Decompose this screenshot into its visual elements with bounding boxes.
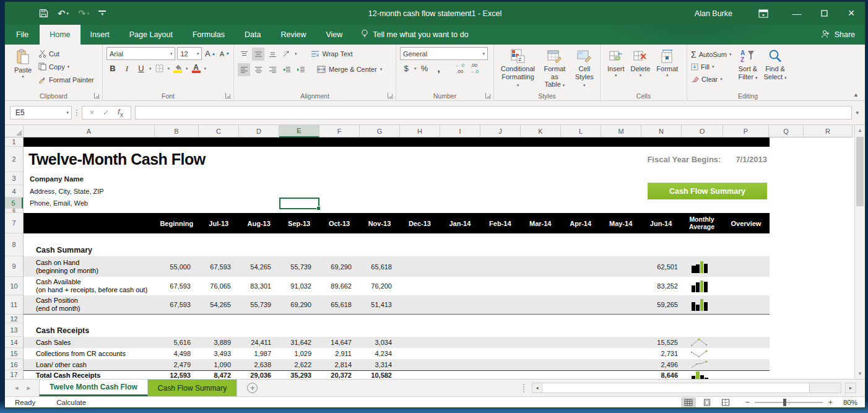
sheet-nav-left-icon[interactable]: ◂ <box>15 384 19 392</box>
tab-view[interactable]: View <box>316 25 352 45</box>
customize-qat-icon[interactable]: ▾ <box>98 11 106 16</box>
italic-button[interactable]: I <box>121 62 133 75</box>
autosum-button[interactable]: ΣAutoSum▾ <box>691 48 731 60</box>
selected-cell-E5[interactable] <box>279 198 319 209</box>
find-select-button[interactable]: Find &Select ▾ <box>760 47 789 91</box>
align-center-icon[interactable] <box>252 63 264 76</box>
zoom-in-icon[interactable]: + <box>828 398 833 407</box>
col-header[interactable]: Q <box>769 125 804 137</box>
vertical-scrollbar[interactable]: ▲ ▼ <box>854 125 865 379</box>
clear-button[interactable]: Clear▾ <box>691 73 731 85</box>
font-size-select[interactable]: 12▾ <box>177 47 202 60</box>
middle-align-icon[interactable] <box>252 48 264 61</box>
format-painter-button[interactable]: Format Painter <box>37 73 95 86</box>
row-header[interactable]: 12 <box>5 315 23 323</box>
row-header[interactable]: 4 <box>5 185 23 198</box>
clipboard-dialog-launcher[interactable] <box>94 93 100 98</box>
zoom-slider-thumb[interactable] <box>783 399 786 406</box>
row-header[interactable]: 16 <box>5 359 23 370</box>
row-header[interactable]: 13 <box>5 323 23 337</box>
col-header[interactable]: J <box>480 125 521 137</box>
col-header[interactable]: H <box>400 125 440 137</box>
number-format-select[interactable]: General▾ <box>400 47 488 60</box>
row-header[interactable]: 14 <box>5 337 23 348</box>
decrease-indent-icon[interactable] <box>280 63 293 76</box>
scroll-up-icon[interactable]: ▲ <box>855 125 865 136</box>
col-header[interactable]: D <box>239 125 279 137</box>
tab-file[interactable]: File <box>5 25 40 45</box>
cut-button[interactable]: Cut <box>37 47 95 60</box>
worksheet-title[interactable]: Twelve-Month Cash Flow <box>24 150 206 168</box>
user-name[interactable]: Alan Burke <box>695 9 732 18</box>
horizontal-scrollbar[interactable]: ◂ <box>532 383 841 393</box>
zoom-out-icon[interactable]: − <box>745 398 750 407</box>
wrap-text-button[interactable]: Wrap Text <box>310 47 354 61</box>
col-header[interactable]: P <box>723 125 769 137</box>
tab-data[interactable]: Data <box>235 25 271 45</box>
col-header[interactable]: O <box>682 125 723 137</box>
comma-style-icon[interactable]: , <box>433 62 445 75</box>
orientation-icon[interactable] <box>280 48 293 61</box>
font-color-icon[interactable]: A <box>190 62 202 75</box>
horizontal-scroll-thumb[interactable] <box>542 383 810 393</box>
align-right-icon[interactable] <box>266 63 279 76</box>
row-header[interactable]: 15 <box>5 348 23 359</box>
expand-formula-bar-icon[interactable]: ▾ <box>856 110 859 116</box>
scroll-left-icon[interactable]: ◂ <box>532 383 542 393</box>
insert-cells-button[interactable]: Insert▾ <box>604 47 628 91</box>
redo-icon[interactable]: ↷▾ <box>78 8 89 19</box>
maximize-button[interactable] <box>810 2 838 25</box>
paste-button[interactable]: Paste▾ <box>9 47 37 91</box>
tab-formulas[interactable]: Formulas <box>183 25 235 45</box>
col-header[interactable]: R <box>804 125 853 137</box>
row-header[interactable]: 10 <box>5 277 23 295</box>
fill-color-icon[interactable] <box>171 62 184 75</box>
borders-icon[interactable] <box>154 62 166 75</box>
sheet-tab-twelve-month[interactable]: Twelve Month Cash Flow <box>39 380 148 396</box>
sheet-tab-summary[interactable]: Cash Flow Summary <box>148 380 237 396</box>
name-box[interactable]: E5▾ <box>10 106 72 120</box>
save-icon[interactable] <box>39 9 48 18</box>
row-header[interactable]: 8 <box>5 233 23 256</box>
increase-decimal-icon[interactable]: ←.0.00 <box>454 62 466 75</box>
fiscal-year-label[interactable]: Fiscal Year Begins: <box>647 155 721 164</box>
format-as-table-button[interactable]: Format asTable ▾ <box>538 47 571 91</box>
number-dialog-launcher[interactable] <box>485 93 491 98</box>
accounting-format-icon[interactable]: $ <box>400 62 412 75</box>
sort-filter-button[interactable]: AZ Sort &Filter ▾ <box>735 47 760 91</box>
top-align-icon[interactable] <box>238 48 250 61</box>
bold-button[interactable]: B <box>106 62 119 75</box>
enter-icon[interactable]: ✓ <box>103 108 109 117</box>
vertical-scroll-thumb[interactable] <box>856 137 864 206</box>
row-header[interactable]: 2 <box>5 147 23 172</box>
font-family-select[interactable]: Arial▾ <box>106 47 175 60</box>
tell-me-box[interactable]: Tell me what you want to do <box>361 25 468 45</box>
font-dialog-launcher[interactable] <box>225 93 231 98</box>
row-header[interactable]: 17 <box>5 370 23 379</box>
underline-button[interactable]: U <box>135 62 147 75</box>
col-header[interactable]: F <box>319 125 360 137</box>
col-header[interactable]: M <box>601 125 641 137</box>
fiscal-year-value[interactable]: 7/1/2013 <box>736 155 767 164</box>
bottom-align-icon[interactable] <box>266 48 279 61</box>
zoom-percentage[interactable]: 80% <box>836 399 857 406</box>
insert-function-icon[interactable]: fx <box>118 107 123 118</box>
scroll-down-icon[interactable]: ▼ <box>855 368 865 379</box>
status-calculate[interactable]: Calculate <box>56 399 86 406</box>
zoom-slider[interactable] <box>755 402 823 403</box>
collapse-ribbon-icon[interactable]: ▲ <box>853 92 859 98</box>
ribbon-display-options-icon[interactable] <box>750 2 777 25</box>
close-button[interactable]: × <box>838 2 865 25</box>
merge-center-button[interactable]: Merge & Center▾ <box>316 63 383 76</box>
format-cells-button[interactable]: Format▾ <box>653 47 681 91</box>
row-header[interactable]: 9 <box>5 256 23 277</box>
share-button[interactable]: Share <box>821 25 855 45</box>
row-header[interactable]: 6 <box>5 209 23 213</box>
col-header[interactable]: A <box>24 125 155 137</box>
row-header[interactable]: 7 <box>5 213 23 233</box>
normal-view-icon[interactable] <box>681 398 696 407</box>
delete-cells-button[interactable]: Delete▾ <box>628 47 654 91</box>
row-header-selected[interactable]: 5 <box>5 198 23 209</box>
undo-icon[interactable]: ↶▾ <box>58 8 69 19</box>
page-break-view-icon[interactable] <box>718 398 733 407</box>
